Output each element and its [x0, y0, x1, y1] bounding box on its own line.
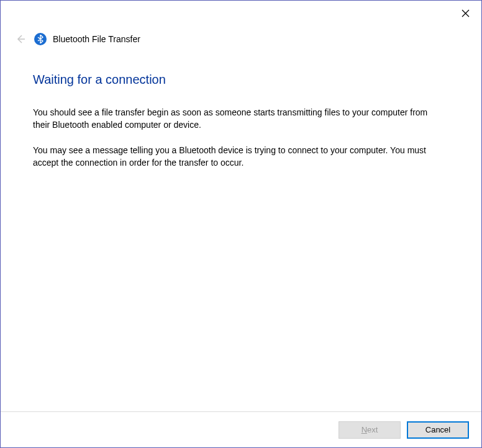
page-heading: Waiting for a connection [33, 73, 449, 87]
titlebar [1, 1, 481, 23]
bluetooth-icon [34, 33, 47, 45]
close-icon [462, 9, 470, 17]
close-button[interactable] [458, 6, 473, 20]
window-title: Bluetooth File Transfer [53, 34, 140, 44]
next-button-accel: N [362, 425, 367, 434]
back-button [13, 32, 28, 47]
body-paragraph-2: You may see a message telling you a Blue… [33, 145, 430, 169]
content-area: Waiting for a connection You should see … [1, 47, 481, 169]
cancel-button[interactable]: Cancel [407, 421, 469, 439]
header: Bluetooth File Transfer [1, 23, 481, 47]
next-button-rest: ext [367, 425, 378, 434]
body-paragraph-1: You should see a file transfer begin as … [33, 107, 430, 131]
back-arrow-icon [15, 34, 26, 45]
footer: Next Cancel [1, 411, 481, 447]
next-button: Next [339, 421, 401, 439]
